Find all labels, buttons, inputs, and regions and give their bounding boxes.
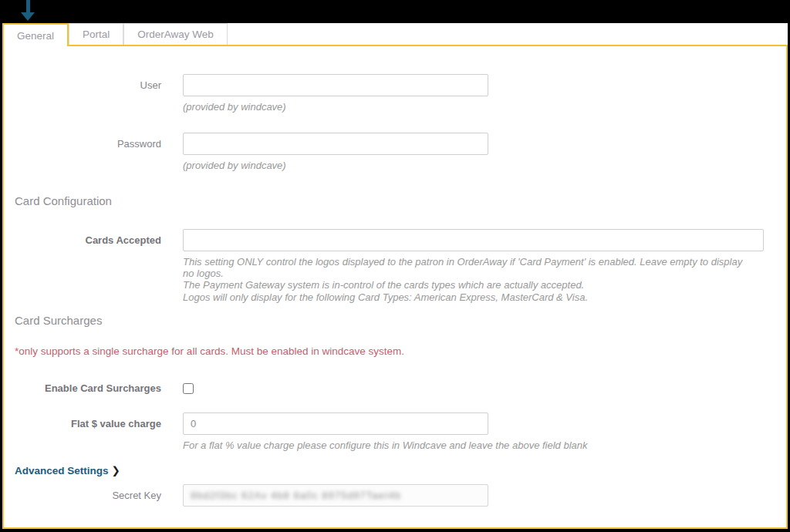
cards-accepted-label: Cards Accepted	[4, 229, 161, 246]
secret-key-row: Secret Key 8bd2f3bc 62Av 4b8 8a0c 8975d9…	[4, 484, 786, 507]
password-label: Password	[4, 133, 161, 150]
secret-key-masked-value: 8bd2f3bc 62Av 4b8 8a0c 8975d97TaeI4b	[191, 490, 401, 501]
user-input[interactable]	[183, 74, 488, 96]
tab-portal[interactable]: Portal	[69, 23, 123, 45]
advanced-settings-label: Advanced Settings	[15, 465, 109, 476]
settings-panel: User (provided by windcave) Password (pr…	[2, 45, 788, 529]
user-helper-text: (provided by windcave)	[183, 101, 488, 113]
cards-accepted-helper-line-2: The Payment Gateway system is in-control…	[183, 279, 754, 291]
user-row: User (provided by windcave)	[4, 74, 786, 113]
card-configuration-heading: Card Configuration	[15, 194, 786, 207]
secret-key-input[interactable]: 8bd2f3bc 62Av 4b8 8a0c 8975d97TaeI4b	[183, 484, 488, 507]
advanced-settings-link[interactable]: Advanced Settings❯	[15, 464, 120, 476]
tab-orderaway-web[interactable]: OrderAway Web	[123, 23, 228, 45]
chevron-right-icon: ❯	[112, 465, 120, 476]
flat-charge-helper-text: For a flat % value charge please configu…	[183, 439, 588, 451]
user-label: User	[4, 74, 161, 91]
cards-accepted-input[interactable]	[183, 229, 764, 251]
password-row: Password (provided by windcave)	[4, 133, 786, 171]
cards-accepted-helper-line-3: Logos will only display for the followin…	[183, 291, 754, 303]
flat-charge-label: Flat $ value charge	[4, 412, 161, 429]
surcharge-warning-text: *only supports a single surcharge for al…	[15, 345, 786, 357]
enable-surcharges-row: Enable Card Surcharges	[4, 377, 786, 397]
pointer-arrow-head	[21, 12, 35, 21]
enable-surcharges-label: Enable Card Surcharges	[4, 377, 161, 394]
tab-general[interactable]: General	[2, 23, 69, 46]
card-surcharges-heading: Card Surcharges	[15, 314, 786, 327]
pointer-arrow-stem	[26, 0, 30, 12]
cards-accepted-row: Cards Accepted This setting ONLY control…	[4, 229, 786, 303]
flat-charge-input[interactable]	[183, 412, 488, 435]
secret-key-label: Secret Key	[4, 484, 161, 501]
pointer-arrow-icon	[21, 0, 35, 22]
tab-bar: General Portal OrderAway Web	[2, 23, 228, 46]
enable-surcharges-checkbox[interactable]	[183, 383, 194, 394]
cards-accepted-helper-line-1: This setting ONLY control the logos disp…	[183, 256, 754, 279]
password-helper-text: (provided by windcave)	[183, 160, 488, 171]
password-input[interactable]	[183, 133, 488, 155]
flat-charge-row: Flat $ value charge For a flat % value c…	[4, 412, 786, 451]
